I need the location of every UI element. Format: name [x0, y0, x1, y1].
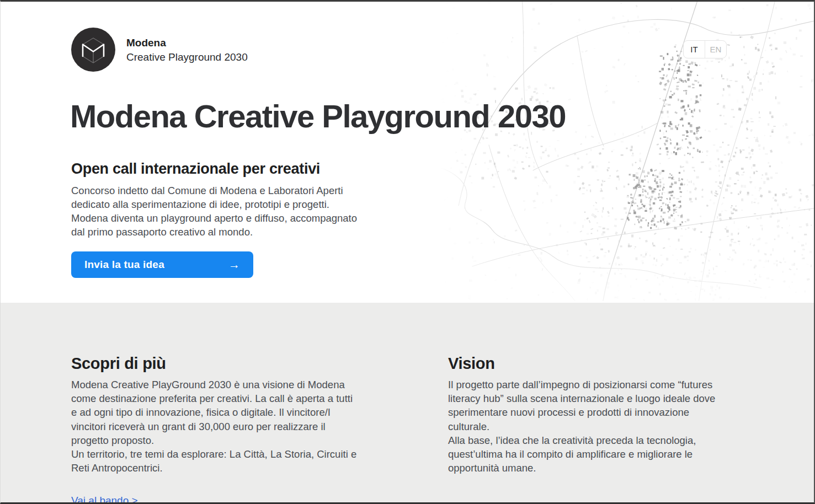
- modena-city-map-image: [439, 2, 814, 301]
- bando-link[interactable]: Vai al bando >: [71, 495, 138, 504]
- modena-logo-icon[interactable]: [71, 28, 115, 72]
- brand-text: Modena Creative Playground 2030: [126, 36, 248, 64]
- arrow-right-icon: →: [228, 258, 240, 271]
- language-en-button[interactable]: EN: [705, 41, 726, 58]
- submit-idea-button[interactable]: Invia la tua idea →: [71, 251, 253, 278]
- brand-name: Modena: [126, 36, 248, 50]
- hero-description: Concorso indetto dal Comune di Modena e …: [71, 184, 365, 239]
- modena-creative-playground-page: { "brand": { "name": "Modena", "subtitle…: [0, 0, 815, 504]
- page-title: Modena Creative Playground 2030: [70, 98, 567, 135]
- vision-body: Il progetto parte dall’impegno di posizi…: [448, 378, 733, 475]
- language-it-button[interactable]: IT: [684, 41, 705, 58]
- discover-body: Modena Creative PlayGround 2030 è una vi…: [71, 378, 360, 475]
- discover-heading: Scopri di più: [71, 355, 166, 373]
- hero-subtitle: Open call internazionale per creativi: [71, 160, 380, 178]
- city-map: [439, 2, 814, 301]
- vision-heading: Vision: [448, 355, 495, 373]
- language-switcher: IT EN: [683, 40, 727, 58]
- submit-idea-label: Invia la tua idea: [84, 259, 164, 271]
- info-section: Scopri di più Modena Creative PlayGround…: [1, 303, 814, 504]
- brand-subtitle: Creative Playground 2030: [126, 50, 248, 65]
